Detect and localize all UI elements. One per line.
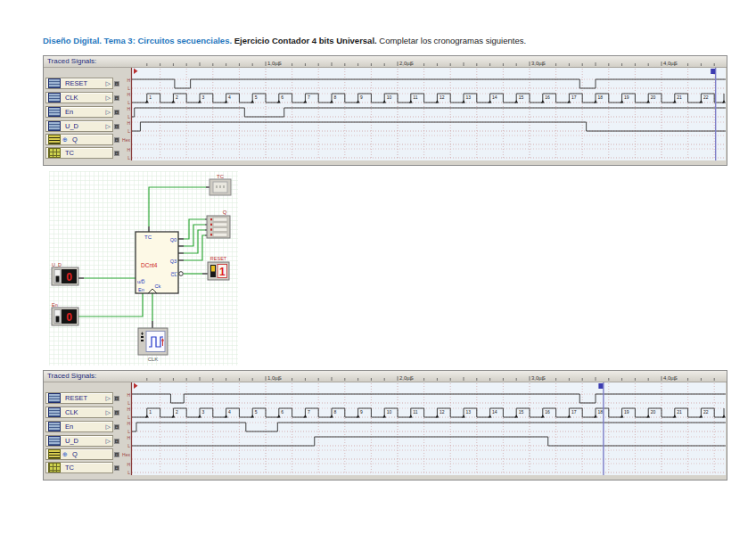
svg-text:L: L <box>127 114 130 119</box>
expand-button[interactable]: + <box>114 396 119 401</box>
signal-row-u_d[interactable]: U_D▷ <box>45 120 113 132</box>
expand-button[interactable]: + <box>114 452 119 457</box>
pulse-number: 21 <box>677 94 682 100</box>
signal-row-reset[interactable]: RESET▷ <box>45 392 113 404</box>
rising-edge-marker-icon <box>251 415 254 417</box>
signal-row-clk[interactable]: CLK▷ <box>45 407 113 418</box>
pulse-number: 16 <box>545 409 550 415</box>
output-connector-icon[interactable]: ▷ <box>106 395 111 402</box>
chip-name: DCnt4 <box>141 262 158 268</box>
signal-row-q[interactable]: ⊕Q <box>45 448 113 460</box>
pulse-number: 2 <box>176 94 178 100</box>
signal-row-en[interactable]: En▷ <box>45 106 113 118</box>
rising-edge-marker-icon <box>409 100 413 103</box>
output-connector-icon[interactable]: ▷ <box>106 80 111 87</box>
start-marker-icon <box>134 69 138 75</box>
panel-header-label: Traced Signals: <box>47 57 96 65</box>
rising-edge-marker-icon <box>673 100 677 103</box>
reset-lever[interactable] <box>211 266 215 272</box>
tc-probe-label: TC <box>217 174 225 179</box>
svg-text:Hex: Hex <box>122 137 130 143</box>
bus-expand-icon[interactable]: ⊕ <box>62 451 68 457</box>
wave-en <box>132 108 726 117</box>
output-connector-icon[interactable]: ▷ <box>106 123 111 130</box>
signal-name: U_D <box>65 122 106 130</box>
rising-edge-marker-icon <box>145 100 149 103</box>
svg-text:L: L <box>127 429 130 434</box>
level-labels: HL <box>127 106 130 119</box>
rising-edge-marker-icon <box>382 100 386 103</box>
ud-lever[interactable] <box>56 276 60 283</box>
rising-edge-marker-icon <box>171 100 175 103</box>
signal-row-tc[interactable]: TC <box>45 147 113 159</box>
output-connector-icon[interactable]: ▷ <box>106 438 111 445</box>
pulse-number: 21 <box>677 409 682 415</box>
signal-row-clk[interactable]: CLK▷ <box>45 92 113 103</box>
bus-expand-icon[interactable]: ⊕ <box>62 136 68 143</box>
signal-row-u_d[interactable]: U_D▷ <box>45 435 113 447</box>
rising-edge-marker-icon <box>357 100 360 103</box>
expand-button[interactable]: + <box>114 110 119 115</box>
signal-row-reset[interactable]: RESET▷ <box>45 78 113 89</box>
switch-icon <box>48 78 61 88</box>
expand-button[interactable]: + <box>114 124 119 129</box>
rising-edge-marker-icon <box>382 415 386 417</box>
expand-button[interactable]: + <box>114 151 119 156</box>
expand-button[interactable]: + <box>114 465 119 471</box>
switch-icon <box>48 93 61 103</box>
output-connector-icon[interactable]: ▷ <box>106 109 111 116</box>
time-cursor-handle[interactable] <box>598 383 603 389</box>
rising-edge-marker-icon <box>541 415 545 417</box>
title-exercise: Ejercicio Contador 4 bits Universal. <box>234 36 377 45</box>
rising-edge-marker-icon <box>514 415 518 417</box>
pulse-number: 8 <box>334 409 337 415</box>
pulse-number: 17 <box>571 409 577 415</box>
switch-icon <box>48 436 61 446</box>
clear-bubble <box>179 272 184 276</box>
pulse-number: 9 <box>360 409 363 415</box>
reset-switch[interactable]: RESET 1 <box>208 256 229 280</box>
expand-button[interactable]: + <box>114 95 119 101</box>
pulse-number: 15 <box>519 94 524 100</box>
signal-row-q[interactable]: ⊕Q <box>45 134 113 145</box>
signal-row-en[interactable]: En▷ <box>45 421 113 432</box>
expand-button[interactable]: + <box>114 137 119 143</box>
expand-button[interactable]: + <box>114 410 119 415</box>
pulse-number: 5 <box>255 94 258 100</box>
chip-pin-q0: Q0 <box>170 237 177 242</box>
svg-text:H: H <box>127 106 130 111</box>
svg-text:L: L <box>127 400 130 406</box>
svg-text:L: L <box>127 443 130 448</box>
pulse-number: 15 <box>519 409 524 415</box>
expand-button[interactable]: + <box>114 439 119 444</box>
svg-text:Hex: Hex <box>122 452 130 457</box>
rising-edge-marker-icon <box>594 100 597 103</box>
pulse-number: 17 <box>571 94 577 100</box>
chip-pin-en: En <box>138 287 144 292</box>
output-connector-icon[interactable]: ▷ <box>106 423 111 431</box>
pulse-number: 18 <box>598 94 604 100</box>
rising-edge-marker-icon <box>722 415 726 417</box>
time-cursor-handle[interactable] <box>711 69 715 74</box>
en-lever[interactable] <box>56 316 60 323</box>
expand-button[interactable]: + <box>114 424 119 430</box>
svg-text:L: L <box>127 470 130 475</box>
pulse-number: 10 <box>387 94 392 100</box>
output-connector-icon[interactable]: ▷ <box>106 409 111 416</box>
signal-name: U_D <box>65 437 106 445</box>
rising-edge-marker-icon <box>198 415 201 417</box>
signal-name: Q <box>72 450 112 458</box>
counter-chip[interactable]: TC Q0 Q3 C̅L̅ u/D̅ En Ck DCnt4 <box>136 232 183 293</box>
signal-row-tc[interactable]: TC <box>45 462 113 473</box>
level-labels: HL <box>127 421 130 434</box>
timing-panel-bottom: Traced Signals: RESET▷+CLK▷+En▷+U_D▷+⊕Q+… <box>43 370 727 481</box>
level-labels: HL <box>127 435 130 448</box>
output-connector-icon[interactable]: ▷ <box>106 94 111 102</box>
switch-icon <box>48 393 61 403</box>
rising-edge-marker-icon <box>620 100 624 103</box>
expand-button[interactable]: + <box>114 81 119 86</box>
pulse-number: 14 <box>492 94 497 100</box>
pulse-number: 2 <box>176 409 178 415</box>
chip-pin-clear: C̅L̅ <box>170 272 177 277</box>
switch-icon <box>48 121 61 131</box>
